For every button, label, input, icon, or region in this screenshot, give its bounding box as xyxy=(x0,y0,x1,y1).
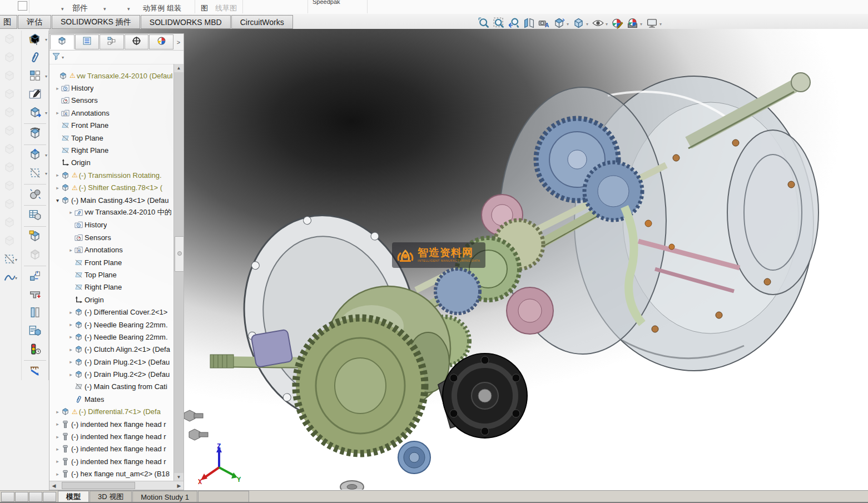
filter-funnel-icon[interactable] xyxy=(52,52,61,63)
document-tab[interactable]: 模型 xyxy=(58,491,89,502)
assembly-visualization-button[interactable] xyxy=(22,322,48,341)
model-bushing[interactable] xyxy=(398,441,430,474)
last-sheet-button[interactable] xyxy=(43,492,56,502)
spline-tool-button[interactable]: ▾ xyxy=(0,269,18,287)
reference-geometry-button[interactable]: ▾ xyxy=(0,251,18,269)
scroll-left-icon[interactable]: ◀ xyxy=(49,483,58,489)
tree-item[interactable]: Right Plane xyxy=(49,144,174,156)
tree-item[interactable]: ▸(-) Drain Plug.2<2> (Defau xyxy=(49,368,174,380)
tree-item[interactable]: Origin xyxy=(49,157,174,169)
expand-arrow-icon[interactable]: ▸ xyxy=(54,421,61,427)
reference-plane-button[interactable]: ▾ xyxy=(22,165,48,183)
dropdown-caret-icon[interactable]: ▾ xyxy=(45,171,47,176)
ribbon-caret[interactable]: ▾ xyxy=(127,6,130,12)
dropdown-caret-icon[interactable]: ▾ xyxy=(640,22,642,27)
tree-item[interactable]: ▾(-) Main Casting.43<1> (Defau xyxy=(49,194,174,206)
expand-arrow-icon[interactable]: ▸ xyxy=(54,185,61,191)
expand-arrow-icon[interactable]: ▸ xyxy=(67,334,75,340)
dropdown-caret-icon[interactable]: ▾ xyxy=(45,111,47,116)
tree-item[interactable]: ▸⚠(-) Shifter Casting.78<1> ( xyxy=(49,182,174,194)
expand-arrow-icon[interactable]: ▸ xyxy=(54,172,61,178)
exploded-view-button[interactable] xyxy=(22,267,48,286)
tree-item[interactable]: ▸(-) indented hex flange head r xyxy=(49,443,174,455)
dropdown-caret-icon[interactable]: ▾ xyxy=(45,153,47,158)
model-ring-gear[interactable] xyxy=(296,318,425,454)
configurationmanager-tab[interactable] xyxy=(100,34,124,49)
edit-component-button[interactable] xyxy=(22,86,48,104)
measure-button[interactable] xyxy=(22,362,48,380)
scrollbar-thumb[interactable] xyxy=(175,236,184,272)
featuremanager-tab[interactable] xyxy=(50,34,75,49)
dropdown-caret-icon[interactable]: ▾ xyxy=(567,22,569,27)
prev-sheet-button[interactable] xyxy=(15,492,28,502)
ribbon-caret[interactable]: ▾ xyxy=(103,6,106,12)
dropdown-caret-icon[interactable]: ▾ xyxy=(15,276,17,281)
rotate-component-button[interactable] xyxy=(22,125,48,143)
tree-item[interactable]: ▸AAnnotations xyxy=(49,107,174,119)
tree-item[interactable]: ▸(-) Drain Plug.2<1> (Defau xyxy=(49,356,174,368)
expand-arrow-icon[interactable]: ▸ xyxy=(67,322,75,327)
tree-item[interactable]: History xyxy=(49,219,174,231)
filter-caret-icon[interactable]: ▾ xyxy=(62,55,64,60)
interference-detection-button[interactable] xyxy=(22,286,48,304)
collapse-arrow-icon[interactable]: ▾ xyxy=(54,197,61,203)
document-tab[interactable]: Motion Study 1 xyxy=(132,491,197,502)
tree-item[interactable]: ▸(-) Needle Bearing 22mm. xyxy=(49,318,174,331)
dimxpert-tab[interactable] xyxy=(125,34,149,49)
expand-arrow-icon[interactable]: ▸ xyxy=(67,347,75,352)
show-hidden-components-button[interactable] xyxy=(22,228,48,246)
expand-arrow-icon[interactable]: ▸ xyxy=(54,110,61,116)
next-sheet-button[interactable] xyxy=(29,492,42,502)
tree-item[interactable]: Mates xyxy=(49,393,174,405)
ribbon-frag-motion-study[interactable]: 动算例 xyxy=(143,3,165,13)
expand-arrow-icon[interactable]: ▸ xyxy=(67,359,75,365)
tree-item[interactable]: ▸(-) Differential Cover.2<1> xyxy=(49,306,174,318)
document-tab[interactable]: 3D 视图 xyxy=(90,491,132,502)
tree-item[interactable]: ▸History xyxy=(49,82,174,94)
model-hex-bolts[interactable] xyxy=(184,410,208,440)
expand-arrow-icon[interactable]: ▸ xyxy=(67,372,75,377)
scroll-up-icon[interactable]: ▲ xyxy=(174,64,183,72)
tree-vertical-scrollbar[interactable]: ▲ ▼ xyxy=(173,64,183,481)
expand-arrow-icon[interactable]: ▸ xyxy=(54,471,61,477)
dropdown-caret-icon[interactable]: ▾ xyxy=(45,74,47,79)
tree-item[interactable]: Front Plane xyxy=(49,256,174,268)
first-sheet-button[interactable] xyxy=(1,492,14,502)
command-tab-2[interactable]: 评估 xyxy=(18,15,51,29)
expand-arrow-icon[interactable]: ▸ xyxy=(67,310,75,315)
propertymanager-tab[interactable] xyxy=(75,34,100,49)
scrollbar-thumb[interactable] xyxy=(62,482,135,489)
ribbon-button-icon[interactable] xyxy=(18,1,27,11)
command-tab-3[interactable]: SOLIDWORKS 插件 xyxy=(52,15,140,29)
tree-item[interactable]: ▸(-) Needle Bearing 22mm. xyxy=(49,331,174,343)
tree-item[interactable]: Right Plane xyxy=(49,281,174,293)
dropdown-caret-icon[interactable]: ▾ xyxy=(586,22,588,27)
performance-evaluation-button[interactable] xyxy=(22,341,48,359)
ribbon-frag-speedpak[interactable]: Speedpak xyxy=(313,0,340,5)
tree-item[interactable]: ▸vw Transaxle.24-2010 中的 xyxy=(49,206,174,218)
tree-item[interactable]: ▸(-) Clutch Align.2<1> (Defa xyxy=(49,343,174,356)
tree-item[interactable]: ▸(-) indented hex flange head r xyxy=(49,455,174,467)
dropdown-caret-icon[interactable]: ▾ xyxy=(606,22,608,27)
component-pattern-button[interactable]: ▾ xyxy=(22,67,48,86)
dropdown-caret-icon[interactable]: ▾ xyxy=(45,37,47,42)
displaymanager-tab[interactable] xyxy=(149,34,173,49)
expand-arrow-icon[interactable]: ▸ xyxy=(54,86,61,91)
tree-item[interactable]: ▸(-) hex flange nut_am<2> (B18 xyxy=(49,468,174,480)
copy-with-mates-button[interactable]: ▾ xyxy=(22,104,48,122)
large-assembly-mode-button[interactable] xyxy=(22,304,48,322)
dropdown-caret-icon[interactable]: ▾ xyxy=(15,257,17,262)
tree-item[interactable]: Sensors xyxy=(49,231,174,243)
ribbon-frag-component[interactable]: 部件 xyxy=(72,3,88,13)
tree-item[interactable]: ▸⚠(-) Differential.7<1> (Defa xyxy=(49,406,174,418)
insert-components-button[interactable]: ▾ xyxy=(22,31,48,49)
dropdown-caret-icon[interactable]: ▾ xyxy=(659,22,662,27)
expand-arrow-icon[interactable]: ▸ xyxy=(54,446,61,452)
tree-item[interactable]: ▸⚠(-) Transmission Rotating. xyxy=(49,169,174,181)
tree-item[interactable]: ▸(-) indented hex flange head r xyxy=(49,430,174,442)
tree-item[interactable]: Top Plane xyxy=(49,132,174,144)
ribbon-frag-assemble[interactable]: 组装 xyxy=(167,3,181,13)
command-tab-4[interactable]: SOLIDWORKS MBD xyxy=(141,15,231,29)
panel-expand-button[interactable]: > xyxy=(173,34,183,50)
ribbon-caret[interactable]: ▾ xyxy=(61,6,64,12)
